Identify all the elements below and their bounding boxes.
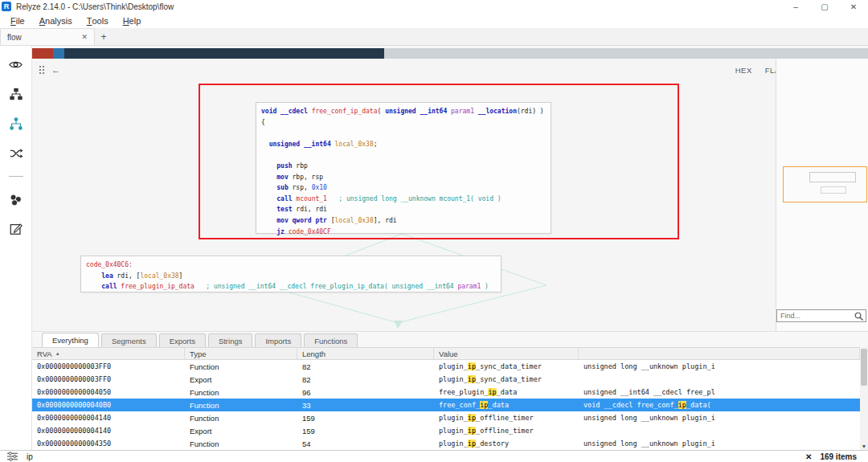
- segment-overview-bar[interactable]: [32, 48, 868, 59]
- tab-flow[interactable]: flow ✕: [0, 28, 95, 45]
- cell: 0x0000000000004050: [32, 388, 185, 396]
- menu-tools[interactable]: Tools: [80, 13, 116, 28]
- filter-value[interactable]: ip: [27, 452, 33, 461]
- panel-tab-everything[interactable]: Everything: [42, 333, 99, 347]
- clear-filter-button[interactable]: ✕: [805, 452, 812, 461]
- column-header-length[interactable]: Length: [297, 348, 434, 359]
- edit-icon[interactable]: [7, 220, 25, 238]
- panel-tab-segments[interactable]: Segments: [101, 333, 157, 347]
- cell: unsigned long __unknown plugin_i: [579, 362, 860, 370]
- cell: free_conf_ip_data: [434, 401, 579, 409]
- cell: 159: [297, 414, 434, 423]
- search-icon[interactable]: [854, 311, 864, 321]
- cell: plugin_ip_offline_timer: [434, 427, 579, 435]
- canvas-toolbar: ←: [39, 65, 60, 75]
- minimap-panel[interactable]: [776, 59, 868, 331]
- document-tab-bar: flow ✕ +: [0, 28, 868, 46]
- graph-canvas[interactable]: ← void __cdecl free_conf_ip_data( unsign…: [32, 59, 776, 331]
- column-header-rva[interactable]: RVA▲: [32, 348, 185, 359]
- cluster-icon[interactable]: [7, 190, 25, 208]
- filter-match: ip: [468, 427, 476, 435]
- tree-icon[interactable]: [7, 115, 25, 133]
- table-row[interactable]: 0x0000000000003FF0Function82plugin_ip_sy…: [32, 360, 860, 373]
- hierarchy-icon[interactable]: [7, 85, 25, 103]
- cell: 82: [297, 362, 434, 371]
- cell: 0x0000000000003FF0: [32, 375, 185, 383]
- table-row[interactable]: 0x0000000000004050Function96free_plugin_…: [32, 386, 860, 399]
- basic-block-entry[interactable]: void __cdecl free_conf_ip_data( unsigned…: [256, 102, 551, 234]
- statusbar: ip ✕ 169 items: [0, 450, 868, 462]
- cell: 0x0000000000004140: [32, 427, 185, 435]
- cell: free_plugin_ip_data: [434, 388, 579, 396]
- code-line: test rdi, rdi: [261, 204, 546, 215]
- close-button[interactable]: ✕: [839, 0, 868, 13]
- basic-block-40c6[interactable]: code_0x40C6: lea rdi, [local_0x38] call …: [80, 256, 502, 292]
- panel-tab-imports[interactable]: Imports: [255, 333, 301, 347]
- code-line: call mcount_1 ; unsigned long __unknown …: [261, 194, 546, 205]
- panel-tab-exports[interactable]: Exports: [159, 333, 206, 347]
- scroll-down-icon[interactable]: ▼: [860, 444, 868, 449]
- panel-tab-bar: EverythingSegmentsExportsStringsImportsF…: [42, 333, 358, 347]
- grip-icon[interactable]: [39, 65, 45, 75]
- table-row[interactable]: 0x0000000000003FF0Export82plugin_ip_sync…: [32, 373, 860, 386]
- scrollbar-thumb[interactable]: [861, 349, 867, 386]
- view-hex-button[interactable]: HEX: [735, 66, 752, 75]
- code-line: lea rdi, [local_0x38]: [86, 271, 496, 282]
- find-box: [776, 309, 866, 322]
- minimize-button[interactable]: –: [781, 0, 810, 13]
- maximize-button[interactable]: ▢: [810, 0, 839, 13]
- eye-icon[interactable]: [7, 55, 25, 73]
- tab-close-icon[interactable]: ✕: [81, 33, 88, 41]
- items-count: 169 items: [820, 452, 857, 461]
- cell: 0x00000000000040B0: [32, 401, 185, 409]
- filter-match: ip: [488, 388, 496, 396]
- segment-navy[interactable]: [64, 48, 384, 59]
- cell: 0x0000000000004140: [32, 414, 185, 422]
- table-row[interactable]: 0x0000000000004350Function54plugin_ip_de…: [32, 437, 860, 450]
- code-line: unsigned __int64 local_0x38;: [261, 139, 546, 150]
- filter-icon[interactable]: [6, 452, 18, 461]
- cell: 96: [297, 388, 434, 397]
- cell: 0x0000000000004350: [32, 440, 185, 448]
- segment-red[interactable]: [32, 48, 53, 59]
- filter-match: ip: [468, 362, 476, 370]
- table-row[interactable]: 0x0000000000004140Function159plugin_ip_o…: [32, 411, 860, 424]
- cell: Export: [185, 427, 297, 435]
- column-header-type[interactable]: Type: [185, 348, 297, 359]
- window-title: Relyze 2.14.0 - C:\Users\Think\Desktop\f…: [16, 2, 174, 11]
- menu-help[interactable]: Help: [116, 13, 149, 28]
- segment-blue[interactable]: [53, 48, 64, 59]
- panel-tab-strings[interactable]: Strings: [208, 333, 253, 347]
- filter-match: ip: [678, 401, 686, 409]
- menu-file[interactable]: File: [3, 13, 32, 28]
- column-header-detail[interactable]: [579, 348, 860, 359]
- new-tab-button[interactable]: +: [95, 28, 113, 45]
- segment-gray[interactable]: [384, 48, 868, 59]
- cell: Function: [185, 362, 297, 371]
- cell: unsigned __int64 __cdecl free_pl: [579, 388, 860, 396]
- find-input[interactable]: [777, 312, 854, 320]
- table-scrollbar[interactable]: ▼: [860, 347, 868, 450]
- code-line: mov qword ptr [local_0x38], rdi: [261, 215, 546, 227]
- filter-match: ip: [468, 440, 476, 448]
- column-header-value[interactable]: Value: [434, 348, 579, 359]
- minimap-viewport[interactable]: [783, 166, 867, 202]
- table-row[interactable]: 0x0000000000004140Export159plugin_ip_off…: [32, 424, 860, 437]
- cell: plugin_ip_sync_data_timer: [434, 375, 579, 383]
- shuffle-icon[interactable]: [7, 145, 25, 162]
- cell: Export: [185, 375, 297, 384]
- filter-match: ip: [480, 401, 488, 409]
- minimap-block-sketch: [809, 172, 856, 182]
- code-line: [261, 128, 546, 139]
- table-row[interactable]: 0x00000000000040B0Function33free_conf_ip…: [32, 399, 860, 411]
- menu-analysis[interactable]: Analysis: [32, 13, 80, 28]
- code-line: call free_plugin_ip_data ; unsigned __in…: [86, 281, 496, 292]
- cell: Function: [185, 440, 297, 448]
- cell: 0x0000000000003FF0: [32, 362, 185, 370]
- cell: Function: [185, 388, 297, 397]
- panel-tab-functions[interactable]: Functions: [304, 333, 358, 347]
- tab-label: flow: [7, 33, 81, 42]
- cell: Function: [185, 401, 297, 410]
- filter-match: ip: [468, 375, 476, 383]
- back-arrow-icon[interactable]: ←: [51, 65, 60, 75]
